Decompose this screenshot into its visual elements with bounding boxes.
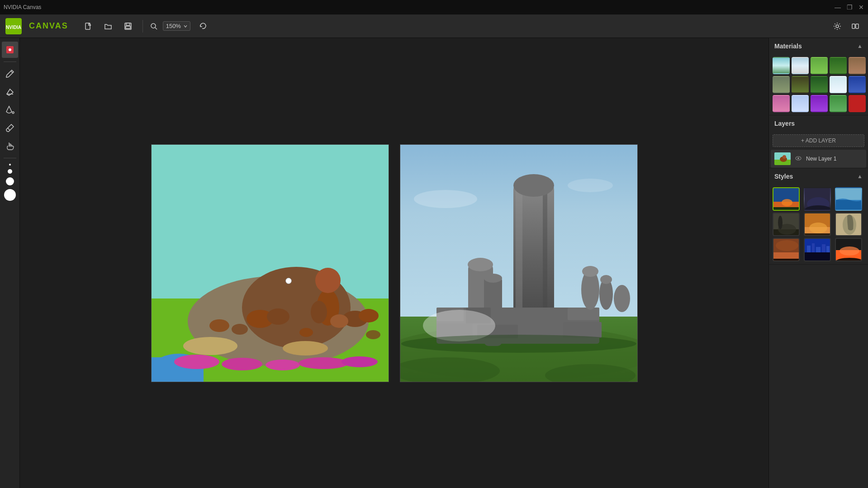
brush-size-dot-large[interactable] <box>4 189 16 201</box>
svg-point-68 <box>401 335 636 353</box>
svg-rect-61 <box>563 322 602 338</box>
svg-point-53 <box>484 274 502 283</box>
material-item-sky2[interactable] <box>792 95 809 112</box>
restore-button[interactable]: ❐ <box>846 4 853 10</box>
svg-line-7 <box>155 28 157 29</box>
svg-rect-58 <box>568 308 599 320</box>
style-item-1[interactable] <box>773 187 800 211</box>
svg-text:NVIDIA: NVIDIA <box>6 25 21 30</box>
sketch-canvas-panel[interactable] <box>151 144 389 382</box>
material-item-grass[interactable] <box>811 57 828 74</box>
styles-collapse-icon: ▲ <box>857 173 863 180</box>
new-file-button[interactable] <box>81 19 95 33</box>
style-item-6[interactable] <box>835 213 862 236</box>
material-item-snow[interactable] <box>830 76 847 93</box>
style-item-4[interactable] <box>773 213 800 236</box>
svg-point-38 <box>183 337 237 355</box>
save-file-button[interactable] <box>121 19 135 33</box>
active-tool-indicator[interactable] <box>2 42 18 58</box>
materials-title: Materials <box>774 43 802 50</box>
svg-point-30 <box>222 358 262 370</box>
svg-point-27 <box>359 309 379 322</box>
svg-point-98 <box>776 240 798 251</box>
material-item-particle[interactable] <box>811 95 828 112</box>
svg-rect-106 <box>826 246 830 252</box>
svg-point-22 <box>315 268 341 293</box>
material-item-cloud[interactable] <box>792 57 809 74</box>
styles-section: Styles ▲ <box>769 168 868 265</box>
brush-tool-button[interactable] <box>2 66 18 82</box>
svg-point-63 <box>582 266 598 277</box>
layer-item-1[interactable]: New Layer 1 <box>771 150 866 168</box>
material-item-rock[interactable] <box>849 57 866 74</box>
svg-rect-84 <box>836 188 862 200</box>
style-item-8[interactable] <box>804 238 831 261</box>
svg-rect-99 <box>773 259 800 261</box>
svg-rect-57 <box>493 310 516 323</box>
material-item-forest[interactable] <box>830 57 847 74</box>
left-tool-panel <box>0 38 20 488</box>
svg-point-69 <box>414 190 477 208</box>
style-item-3[interactable] <box>835 187 862 211</box>
material-item-sky[interactable] <box>773 57 790 74</box>
toolbar-right <box>830 19 863 33</box>
eyedropper-tool-button[interactable] <box>2 120 18 136</box>
close-button[interactable]: ✕ <box>858 4 864 10</box>
style-item-2[interactable] <box>804 187 831 211</box>
svg-rect-10 <box>856 24 859 28</box>
material-item-palm[interactable] <box>811 76 828 93</box>
svg-point-37 <box>366 330 380 339</box>
svg-point-33 <box>342 356 378 367</box>
layers-section: Layers + ADD LAYER <box>769 115 868 168</box>
svg-rect-85 <box>836 200 862 211</box>
svg-point-39 <box>283 341 328 355</box>
fill-tool-button[interactable] <box>2 102 18 118</box>
svg-point-89 <box>778 216 783 229</box>
app-title-text: NVIDIA Canvas <box>4 4 41 10</box>
svg-point-12 <box>9 48 11 51</box>
svg-point-109 <box>840 246 859 256</box>
settings-button[interactable] <box>830 19 844 33</box>
styles-header[interactable]: Styles ▲ <box>769 168 868 185</box>
layers-title: Layers <box>774 120 795 127</box>
add-layer-button[interactable]: + ADD LAYER <box>773 134 864 147</box>
materials-collapse-icon: ▲ <box>857 43 863 49</box>
material-item-red[interactable] <box>849 95 866 112</box>
title-bar-controls: — ❐ ✕ <box>835 4 864 10</box>
layer-visibility-button-1[interactable] <box>794 155 802 163</box>
layers-header[interactable]: Layers <box>769 115 868 132</box>
hand-tool-button[interactable] <box>2 138 18 154</box>
minimize-button[interactable]: — <box>835 4 841 10</box>
brush-size-dot-active[interactable] <box>9 164 11 166</box>
photo-canvas[interactable] <box>400 145 637 382</box>
svg-rect-105 <box>822 244 825 252</box>
toggle-view-button[interactable] <box>848 19 863 33</box>
layer-name-1: New Layer 1 <box>806 156 863 162</box>
style-item-7[interactable] <box>773 238 800 261</box>
svg-point-66 <box>614 285 630 312</box>
canvas-area[interactable] <box>20 38 768 488</box>
brush-size-dot-small[interactable] <box>8 169 12 174</box>
svg-rect-93 <box>805 233 831 236</box>
eraser-tool-button[interactable] <box>2 84 18 100</box>
open-file-button[interactable] <box>101 19 115 33</box>
material-item-green2[interactable] <box>830 95 847 112</box>
style-item-9[interactable] <box>835 238 862 261</box>
material-item-wave[interactable] <box>773 95 790 112</box>
svg-rect-104 <box>816 247 821 252</box>
svg-point-32 <box>299 357 348 369</box>
svg-point-14 <box>12 112 14 114</box>
reset-button[interactable] <box>196 19 210 33</box>
tool-separator-1 <box>4 62 16 62</box>
style-item-5[interactable] <box>804 213 831 236</box>
sketch-canvas[interactable] <box>152 145 389 382</box>
material-item-water[interactable] <box>849 76 866 93</box>
material-item-tree[interactable] <box>792 76 809 93</box>
styles-title: Styles <box>774 173 793 180</box>
photo-canvas-panel[interactable] <box>400 144 638 382</box>
brush-size-dot-medium[interactable] <box>6 177 14 185</box>
materials-header[interactable]: Materials ▲ <box>769 38 868 54</box>
svg-point-65 <box>600 275 612 284</box>
zoom-control[interactable]: 150% <box>163 21 190 31</box>
material-item-mountain[interactable] <box>773 76 790 93</box>
